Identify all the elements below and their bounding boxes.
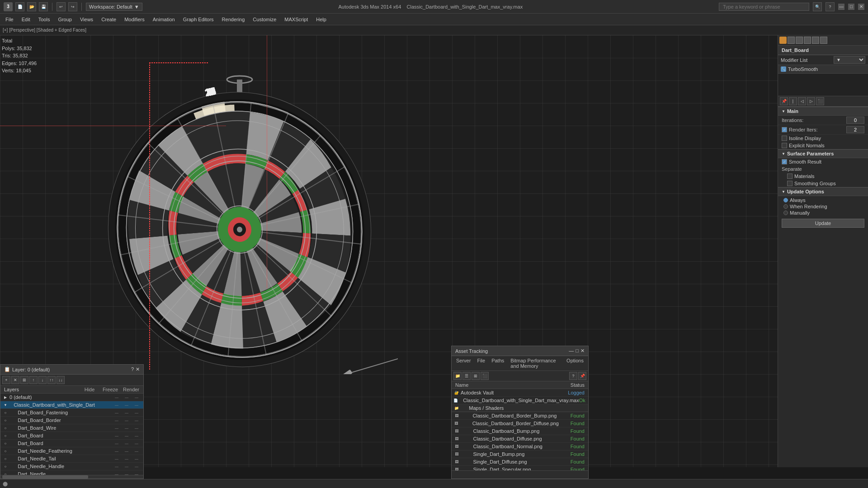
redo-btn[interactable]: ↪ — [68, 2, 77, 11]
layer-hide-btn[interactable]: — — [112, 417, 122, 423]
color-btn-gray[interactable] — [788, 37, 795, 44]
update-button[interactable]: Update — [782, 219, 864, 228]
pin-btn[interactable]: 📌 — [780, 97, 788, 105]
layer-freeze-btn[interactable]: — — [122, 455, 132, 462]
layer-freeze-btn[interactable]: — — [122, 394, 132, 400]
render-iters-checkbox[interactable]: ✓ — [782, 127, 787, 132]
layer-freeze-btn[interactable]: — — [122, 440, 132, 446]
menu-create[interactable]: Create — [98, 15, 120, 23]
layer-row-8[interactable]: ○ Dart_Needle_Tail — — — — [0, 455, 143, 463]
menu-rendering[interactable]: Rendering — [218, 15, 249, 23]
search-icon[interactable]: 🔍 — [813, 2, 822, 11]
layer-freeze-btn[interactable]: — — [122, 402, 132, 408]
layer-render-btn[interactable]: — — [132, 394, 142, 400]
open-btn[interactable]: 📂 — [27, 2, 36, 11]
asset-restore-btn[interactable]: □ — [576, 348, 579, 354]
layer-hide-btn[interactable]: — — [112, 425, 122, 431]
layer-hide-btn[interactable]: — — [112, 455, 122, 462]
section-main-header[interactable]: ▼ Main — [778, 107, 868, 116]
asset-row-7[interactable]: 🖼 Classic_Dartboard_Normal.png Found — [452, 443, 588, 450]
layer-row-7[interactable]: ○ Dart_Needle_Feathering — — — — [0, 447, 143, 455]
layer-row-10[interactable]: ○ Dart_Needle — — — — [0, 470, 143, 475]
tb-btn-1[interactable]: | — [789, 97, 797, 105]
asset-tb-help[interactable]: ? — [569, 372, 577, 380]
layer-row-3[interactable]: ○ Dart_Board_Border — — — — [0, 417, 143, 424]
asset-row-6[interactable]: 🖼 Classic_Dartboard_Diffuse.png Found — [452, 435, 588, 443]
layer-freeze-btn[interactable]: — — [122, 417, 132, 423]
layer-hide-btn[interactable]: — — [112, 471, 122, 475]
layer-row-2[interactable]: ○ Dart_Board_Fastening — — — — [0, 409, 143, 417]
radio-when-rendering[interactable]: When Rendering — [783, 203, 863, 210]
asset-menu-bitmap[interactable]: Bitmap Performance and Memory — [508, 357, 563, 370]
color-btn-orange[interactable] — [779, 37, 787, 44]
layer-hide-btn[interactable]: — — [112, 409, 122, 416]
menu-customize[interactable]: Customize — [249, 15, 280, 23]
asset-minimize-btn[interactable]: — — [569, 348, 574, 354]
menu-group[interactable]: Group — [54, 15, 75, 23]
asset-menu-file[interactable]: File — [474, 357, 488, 370]
layer-row-0[interactable]: ▶ 0 (default) — — — — [0, 394, 143, 401]
asset-tb-4[interactable]: ⬛ — [481, 372, 489, 380]
layer-row-9[interactable]: ○ Dart_Needle_Handle — — — — [0, 463, 143, 470]
iterations-input[interactable] — [846, 117, 864, 124]
smooth-result-checkbox[interactable]: ✓ — [782, 159, 787, 164]
menu-graph-editors[interactable]: Graph Editors — [179, 15, 217, 23]
maximize-btn[interactable]: □ — [848, 4, 854, 10]
layer-freeze-btn[interactable]: — — [122, 409, 132, 416]
layers-delete-btn[interactable]: ✕ — [11, 376, 19, 384]
color-btn-4[interactable] — [812, 37, 819, 44]
menu-views[interactable]: Views — [76, 15, 97, 23]
asset-row-8[interactable]: 🖼 Single_Dart_Bump.png Found — [452, 450, 588, 458]
close-btn[interactable]: ✕ — [858, 4, 864, 10]
tb-btn-4[interactable]: ⬛ — [816, 97, 824, 105]
layers-tb-5[interactable]: ↓ — [38, 376, 47, 384]
color-btn-2[interactable] — [796, 37, 803, 44]
menu-help[interactable]: Help — [312, 15, 330, 23]
asset-row-5[interactable]: 🖼 Classic_Dartboard_Bump.png Found — [452, 427, 588, 435]
asset-close-btn[interactable]: ✕ — [580, 348, 585, 354]
layer-freeze-btn[interactable]: — — [122, 425, 132, 431]
asset-row-4[interactable]: 🖼 Classic_Dartboard_Border_Diffuse.png F… — [452, 420, 588, 427]
asset-row-10[interactable]: 🖼 Single_Dart_Specular.png Found — [452, 466, 588, 470]
asset-row-3[interactable]: 🖼 Classic_Dartboard_Border_Bump.png Foun… — [452, 412, 588, 420]
layers-close-btn[interactable]: ✕ — [136, 366, 140, 372]
explicit-normals-checkbox[interactable] — [782, 143, 787, 148]
layer-row-4[interactable]: ○ Dart_Board_Wire — — — — [0, 424, 143, 432]
layers-scrollbar-thumb[interactable] — [2, 475, 88, 479]
layer-render-btn[interactable]: — — [132, 455, 142, 462]
layers-scroll[interactable]: ▶ 0 (default) — — — ▼ Classic_Dartboard_… — [0, 394, 143, 475]
layer-hide-btn[interactable]: — — [112, 463, 122, 469]
help-icon[interactable]: ? — [826, 2, 835, 11]
asset-menu-paths[interactable]: Paths — [489, 357, 507, 370]
modifier-entry-turbosmooth[interactable]: 🔧 TurboSmooth — [778, 65, 868, 74]
modifier-list-dropdown[interactable]: ▼ — [834, 56, 865, 64]
layer-hide-btn[interactable]: — — [112, 440, 122, 446]
menu-animation[interactable]: Animation — [149, 15, 179, 23]
workspace-selector[interactable]: Workspace: Default ▼ — [86, 3, 142, 11]
layer-hide-btn[interactable]: — — [112, 402, 122, 408]
search-input[interactable] — [719, 3, 809, 11]
asset-menu-server[interactable]: Server — [453, 357, 473, 370]
menu-file[interactable]: File — [2, 15, 17, 23]
tb-btn-2[interactable]: ◁ — [798, 97, 806, 105]
minimize-btn[interactable]: — — [838, 4, 844, 10]
layers-tb-7[interactable]: ↓↓ — [57, 376, 65, 384]
section-update-header[interactable]: ▼ Update Options — [778, 187, 868, 196]
menu-modifiers[interactable]: Modifiers — [121, 15, 148, 23]
asset-body[interactable]: 🔐 Autodesk Vault Logged 📄 Classic_Dartbo… — [452, 389, 588, 470]
layer-freeze-btn[interactable]: — — [122, 448, 132, 454]
layer-render-btn[interactable]: — — [132, 417, 142, 423]
layers-tb-4[interactable]: ↑ — [29, 376, 38, 384]
asset-tb-3[interactable]: ⊞ — [472, 372, 480, 380]
color-btn-3[interactable] — [804, 37, 811, 44]
layer-render-btn[interactable]: — — [132, 463, 142, 469]
menu-tools[interactable]: Tools — [35, 15, 54, 23]
asset-row-2[interactable]: 📁 Maps / Shaders — [452, 404, 588, 412]
asset-row-9[interactable]: 🖼 Single_Dart_Diffuse.png Found — [452, 458, 588, 466]
menu-edit[interactable]: Edit — [18, 15, 34, 23]
layers-new-btn[interactable]: + — [2, 376, 10, 384]
menu-maxscript[interactable]: MAXScript — [281, 15, 311, 23]
layer-render-btn[interactable]: — — [132, 471, 142, 475]
smoothing-groups-checkbox[interactable] — [787, 181, 793, 186]
layer-hide-btn[interactable]: — — [112, 394, 122, 400]
